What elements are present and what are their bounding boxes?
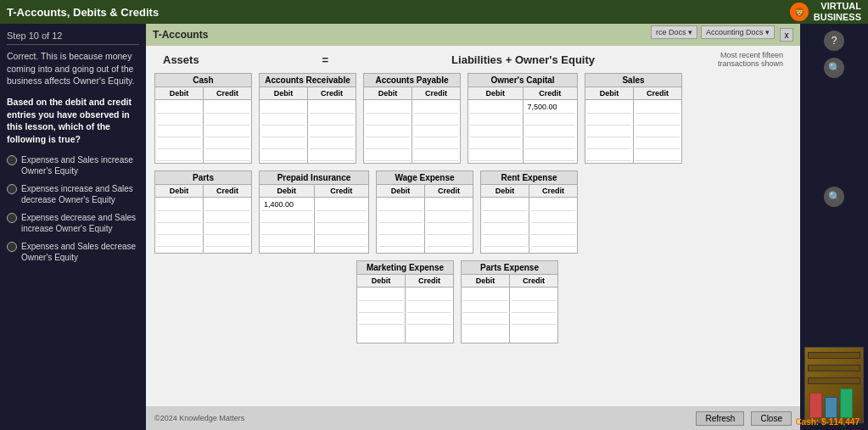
radio-label-2: Expenses increase and Sales decrease Own… — [21, 183, 139, 205]
oc-credit-line-5 — [525, 149, 576, 161]
parts-debit-col: Debit — [155, 185, 204, 253]
ar-credit-line-3 — [310, 126, 354, 137]
ar-debit-line-1 — [261, 102, 305, 114]
ap-credit-line-1 — [414, 102, 458, 114]
parts-columns: Debit Credit — [155, 185, 251, 253]
sales-debit-line-5 — [587, 149, 631, 161]
rent-debit-line-1 — [483, 199, 527, 211]
wage-account: Wage Expense Debit — [376, 170, 473, 254]
docs-button[interactable]: rce Docs ▾ — [651, 25, 697, 39]
oc-credit-line-4 — [525, 137, 576, 149]
radio-circle-4 — [7, 242, 17, 252]
close-button[interactable]: x — [780, 28, 793, 42]
pi-debit-col: Debit 1,400.00 — [260, 185, 315, 253]
oc-debit-line-3 — [470, 126, 521, 137]
pi-credit-line-4 — [316, 235, 367, 247]
shelf-decoration — [804, 347, 864, 423]
sales-debit-line-2 — [587, 114, 631, 126]
ap-credit-line-3 — [414, 126, 458, 137]
search-icon[interactable]: 🔍 — [824, 58, 844, 78]
left-panel: Step 10 of 12 Correct. This is because m… — [0, 24, 146, 430]
oc-debit-label: Debit — [468, 87, 523, 100]
marketing-debit-label: Debit — [357, 275, 405, 288]
sales-credit-line-4 — [636, 137, 680, 149]
sales-columns: Debit Credit — [585, 87, 681, 163]
wage-columns: Debit Credit — [377, 185, 473, 253]
parts-expense-debit-label: Debit — [462, 275, 509, 288]
radio-circle-3 — [7, 213, 17, 223]
wage-debit-label: Debit — [377, 185, 424, 198]
step-info: Step 10 of 12 — [7, 31, 139, 45]
wage-credit-line-4 — [427, 235, 471, 247]
radio-option-2[interactable]: Expenses increase and Sales decrease Own… — [7, 183, 139, 205]
marketing-credit-line-2 — [407, 301, 451, 313]
cash-account: Cash Debit — [154, 73, 252, 164]
ar-columns: Debit Credit — [260, 87, 356, 163]
rent-header: Rent Expense — [481, 171, 577, 185]
oc-debit-line-1 — [470, 102, 521, 114]
ap-debit-line-1 — [366, 102, 410, 114]
ap-account: Accounts Payable Debit — [363, 73, 461, 164]
ar-credit-lines — [308, 100, 356, 163]
pi-credit-line-2 — [316, 211, 367, 223]
parts-credit-label: Credit — [204, 185, 251, 198]
pi-debit-lines: 1,400.00 — [260, 198, 314, 249]
parts-debit-line-3 — [157, 223, 201, 235]
oc-debit-line-2 — [470, 114, 521, 126]
sales-debit-col: Debit — [585, 87, 634, 163]
cash-credit-line-5 — [205, 149, 249, 161]
ap-debit-line-2 — [366, 114, 410, 126]
question-icon[interactable]: ? — [824, 31, 844, 51]
ar-debit-line-5 — [261, 149, 305, 161]
wage-debit-col: Debit — [377, 185, 425, 253]
ap-debit-line-5 — [366, 149, 410, 161]
parts-debit-line-4 — [157, 235, 201, 247]
radio-option-4[interactable]: Expenses and Sales decrease Owner's Equi… — [7, 241, 139, 263]
parts-expense-debit-line-3 — [463, 313, 507, 325]
wage-debit-line-2 — [378, 211, 423, 223]
radio-circle-2 — [7, 184, 17, 194]
parts-credit-line-3 — [205, 223, 249, 235]
ap-debit-col: Debit — [364, 87, 412, 163]
equation-header: Assets = Liabilities + Owner's Equity Mo… — [154, 51, 792, 68]
pi-debit-line-1: 1,400.00 — [261, 199, 312, 211]
sales-debit-line-3 — [587, 126, 631, 137]
marketing-credit-label: Credit — [406, 275, 453, 288]
parts-credit-line-4 — [205, 235, 249, 247]
ap-credit-line-4 — [414, 137, 458, 149]
sales-debit-label: Debit — [585, 87, 633, 100]
wage-debit-line-4 — [378, 235, 423, 247]
radio-label-3: Expenses decrease and Sales increase Own… — [21, 212, 139, 234]
radio-option-1[interactable]: Expenses and Sales increase Owner's Equi… — [7, 154, 139, 176]
marketing-debit-line-1 — [359, 289, 403, 301]
parts-credit-line-2 — [205, 211, 249, 223]
oc-credit-line-1: 7,500.00 — [525, 102, 576, 114]
rent-credit-line-3 — [531, 223, 575, 235]
cash-debit-lines — [155, 100, 203, 163]
radio-label-1: Expenses and Sales increase Owner's Equi… — [21, 154, 139, 176]
accounting-docs-button[interactable]: Accounting Docs ▾ — [701, 25, 775, 39]
ar-credit-label: Credit — [308, 87, 356, 100]
wage-credit-line-1 — [427, 199, 471, 211]
radio-option-3[interactable]: Expenses decrease and Sales increase Own… — [7, 212, 139, 234]
equals-sign: = — [322, 53, 329, 66]
wage-credit-lines — [425, 198, 473, 249]
cash-credit-col: Credit — [204, 87, 251, 163]
sales-credit-line-1 — [636, 102, 680, 114]
wage-header: Wage Expense — [377, 171, 473, 185]
ar-debit-lines — [260, 100, 307, 163]
wage-credit-label: Credit — [425, 185, 473, 198]
zoom-icon[interactable]: 🔍 — [824, 187, 844, 207]
sales-debit-line-1 — [587, 102, 631, 114]
close-bottom-button[interactable]: Close — [751, 411, 792, 426]
cash-credit-line-2 — [205, 114, 249, 126]
pi-debit-line-2 — [261, 211, 312, 223]
assets-label: Assets — [163, 53, 199, 66]
content-top-bar: T-Accounts rce Docs ▾ Accounting Docs ▾ … — [146, 24, 800, 46]
pi-debit-line-3 — [261, 223, 312, 235]
refresh-button[interactable]: Refresh — [696, 411, 744, 426]
parts-header: Parts — [155, 171, 251, 185]
pi-credit-line-1 — [316, 199, 367, 211]
radio-label-4: Expenses and Sales decrease Owner's Equi… — [21, 241, 139, 263]
top-bar: T-Accounts, Debits & Credits 🦁 VIRTUAL B… — [0, 0, 868, 24]
